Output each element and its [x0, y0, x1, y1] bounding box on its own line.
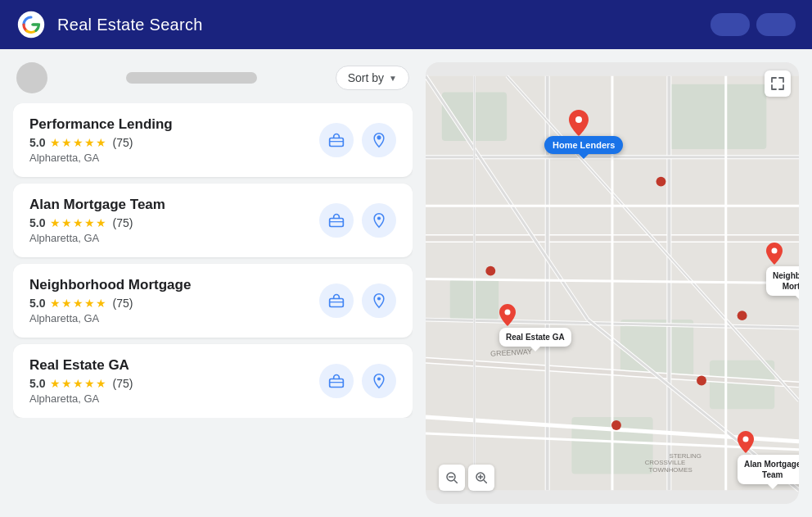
header-button-1[interactable] — [710, 13, 750, 36]
listing-card-2: Neighborhood Mortgage 5.0 ★★★★★ (75) Alp… — [13, 264, 413, 338]
main-content: Sort by ▼ Performance Lending 5.0 ★★★★★ … — [0, 49, 812, 517]
directions-button-0[interactable] — [362, 123, 396, 157]
left-panel: Sort by ▼ Performance Lending 5.0 ★★★★★ … — [13, 62, 413, 504]
listing-card-1: Alan Mortgage Team 5.0 ★★★★★ (75) Alphar… — [13, 184, 413, 257]
review-count-3: (75) — [112, 377, 133, 390]
listing-actions-1 — [319, 203, 396, 238]
alan-mortgage-marker[interactable]: Alan MortgageTeam — [738, 431, 754, 455]
map-pin-home-lenders — [569, 110, 589, 136]
directions-button-2[interactable] — [362, 283, 396, 318]
svg-text:CROSSVILLE: CROSSVILLE — [645, 459, 686, 466]
stars-0: ★★★★★ — [50, 136, 107, 149]
directions-button-3[interactable] — [362, 364, 396, 398]
avatar — [16, 62, 47, 93]
svg-point-55 — [485, 266, 495, 276]
rating-3: 5.0 — [29, 377, 45, 390]
stars-3: ★★★★★ — [50, 377, 107, 390]
listing-actions-2 — [319, 283, 396, 318]
zoom-out-icon — [446, 472, 458, 483]
zoom-controls — [439, 465, 494, 491]
listing-name-1: Alan Mortgage Team — [29, 197, 319, 213]
svg-point-64 — [743, 437, 749, 442]
svg-point-62 — [772, 248, 778, 254]
fullscreen-button[interactable] — [765, 70, 791, 97]
listing-card-3: Real Estate GA 5.0 ★★★★★ (75) Alpharetta… — [13, 344, 413, 418]
website-button-2[interactable] — [319, 283, 354, 318]
alan-mortgage-label[interactable]: Alan MortgageTeam — [738, 455, 799, 484]
real-estate-ga-label[interactable]: Real Estate GA — [499, 328, 571, 347]
header-button-2[interactable] — [756, 13, 796, 36]
search-bar — [126, 72, 257, 84]
person-pin-icon-2 — [371, 293, 387, 309]
person-pin-icon-1 — [371, 212, 387, 229]
website-button-0[interactable] — [319, 123, 354, 157]
listing-card-0: Performance Lending 5.0 ★★★★★ (75) Alpha… — [13, 103, 413, 177]
stars-2: ★★★★★ — [50, 297, 107, 310]
svg-point-57 — [697, 376, 706, 386]
briefcase-icon — [328, 132, 345, 148]
location-1: Alpharetta, GA — [29, 232, 319, 244]
listing-actions-3 — [319, 364, 396, 398]
listing-name-3: Real Estate GA — [29, 357, 319, 374]
listing-name-0: Performance Lending — [29, 116, 319, 133]
svg-rect-21 — [620, 320, 693, 376]
review-count-2: (75) — [112, 297, 133, 310]
person-pin-icon — [371, 132, 387, 148]
review-count-0: (75) — [112, 136, 133, 149]
map-panel[interactable]: GREENWAY STERLING STERLING CROSSVILLE TO… — [426, 62, 799, 504]
zoom-in-icon — [476, 472, 487, 483]
listing-info-1: Alan Mortgage Team 5.0 ★★★★★ (75) Alphar… — [29, 197, 319, 244]
neighborhood-mortgage-label[interactable]: NeighborhoodMortgage — [766, 266, 799, 296]
neighborhood-mortgage-marker[interactable]: NeighborhoodMortgage — [766, 243, 783, 266]
svg-point-60 — [575, 116, 582, 123]
rating-1: 5.0 — [29, 216, 45, 229]
home-lenders-marker[interactable]: Home Lenders — [544, 136, 623, 154]
rating-row-0: 5.0 ★★★★★ (75) — [29, 136, 319, 149]
listing-info-3: Real Estate GA 5.0 ★★★★★ (75) Alpharetta… — [29, 357, 319, 405]
location-2: Alpharetta, GA — [29, 312, 319, 324]
chevron-down-icon: ▼ — [389, 74, 397, 83]
real-estate-ga-marker[interactable]: Real Estate GA — [499, 304, 516, 328]
app-header: G G Real Estate Search — [0, 0, 812, 49]
header-controls — [710, 13, 796, 36]
google-logo: G G — [16, 10, 46, 39]
sort-label: Sort by — [348, 71, 384, 84]
svg-point-63 — [505, 310, 511, 315]
svg-point-59 — [738, 311, 747, 320]
listing-info-0: Performance Lending 5.0 ★★★★★ (75) Alpha… — [29, 116, 319, 164]
home-lenders-label[interactable]: Home Lenders — [544, 136, 623, 154]
rating-row-1: 5.0 ★★★★★ (75) — [29, 216, 319, 229]
stars-1: ★★★★★ — [50, 216, 107, 229]
svg-text:TOWNHOMES: TOWNHOMES — [649, 466, 692, 474]
briefcase-icon-1 — [328, 212, 345, 229]
sort-button[interactable]: Sort by ▼ — [336, 66, 409, 90]
location-0: Alpharetta, GA — [29, 152, 319, 164]
listing-name-2: Neighborhood Mortgage — [29, 277, 319, 293]
search-bar-row: Sort by ▼ — [13, 62, 413, 93]
rating-2: 5.0 — [29, 297, 45, 310]
website-button-3[interactable] — [319, 364, 354, 398]
svg-rect-11 — [330, 299, 344, 307]
person-pin-icon-3 — [371, 373, 387, 389]
briefcase-icon-3 — [328, 373, 345, 389]
svg-rect-14 — [330, 379, 344, 388]
website-button-1[interactable] — [319, 203, 354, 238]
svg-point-56 — [656, 177, 666, 187]
svg-point-13 — [377, 297, 381, 300]
svg-point-16 — [377, 377, 381, 380]
fullscreen-icon — [771, 77, 784, 90]
app-title: Real Estate Search — [57, 16, 203, 34]
zoom-out-button[interactable] — [439, 465, 465, 491]
svg-rect-8 — [330, 219, 344, 227]
listing-actions-0 — [319, 123, 396, 157]
briefcase-icon-2 — [328, 293, 345, 309]
svg-line-69 — [484, 480, 487, 483]
rating-0: 5.0 — [29, 136, 45, 149]
directions-button-1[interactable] — [362, 203, 396, 238]
map-pin-alan-mortgage — [738, 431, 754, 453]
svg-rect-19 — [669, 84, 766, 149]
svg-point-10 — [377, 216, 381, 220]
zoom-in-button[interactable] — [468, 465, 494, 491]
listings-container: Performance Lending 5.0 ★★★★★ (75) Alpha… — [13, 103, 413, 418]
svg-point-58 — [611, 420, 621, 430]
